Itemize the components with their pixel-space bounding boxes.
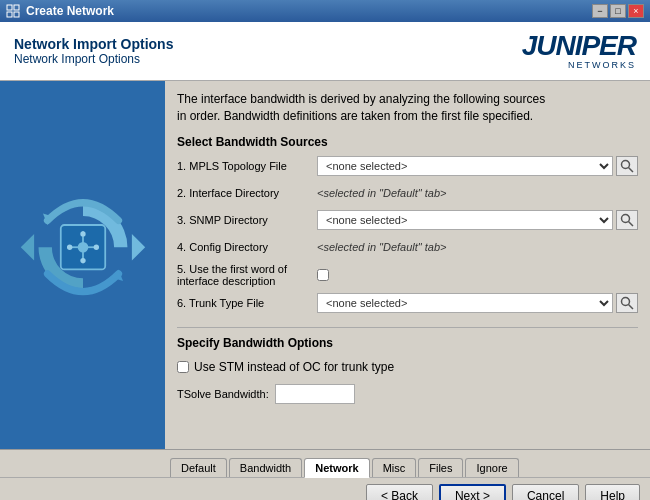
svg-point-10 [80, 231, 85, 236]
stm-label: Use STM instead of OC for trunk type [194, 360, 394, 374]
snmp-directory-dropdown[interactable]: <none selected> [317, 210, 613, 230]
svg-point-16 [622, 160, 630, 168]
tab-default[interactable]: Default [170, 458, 227, 477]
trunk-type-browse-button[interactable] [616, 293, 638, 313]
cancel-button[interactable]: Cancel [512, 484, 579, 500]
snmp-directory-label: 3. SNMP Directory [177, 214, 317, 226]
bandwidth-sources-label: Select Bandwidth Sources [177, 135, 638, 149]
mpls-topology-dropdown[interactable]: <none selected> [317, 156, 613, 176]
tab-bandwidth[interactable]: Bandwidth [229, 458, 302, 477]
svg-marker-5 [20, 234, 33, 261]
svg-point-20 [622, 297, 630, 305]
bottom-bar: < Back Next > Cancel Help [0, 477, 650, 500]
first-word-label: 5. Use the first word of interface descr… [177, 263, 317, 287]
page-subtitle: Network Import Options [14, 52, 173, 66]
first-word-row: 5. Use the first word of interface descr… [177, 263, 638, 287]
help-button[interactable]: Help [585, 484, 640, 500]
svg-point-18 [622, 214, 630, 222]
description-text: The interface bandwidth is derived by an… [177, 91, 638, 125]
tab-files[interactable]: Files [418, 458, 463, 477]
page-title: Network Import Options [14, 36, 173, 52]
svg-point-12 [67, 245, 72, 250]
svg-line-19 [629, 221, 634, 226]
stm-checkbox-row: Use STM instead of OC for trunk type [177, 356, 638, 378]
next-button[interactable]: Next > [439, 484, 506, 500]
maximize-button[interactable]: □ [610, 4, 626, 18]
svg-rect-3 [14, 12, 19, 17]
tabs-area: Default Bandwidth Network Misc Files Ign… [0, 449, 650, 477]
tab-misc[interactable]: Misc [372, 458, 417, 477]
minimize-button[interactable]: − [592, 4, 608, 18]
svg-line-21 [629, 304, 634, 309]
dialog-header: Network Import Options Network Import Op… [0, 22, 650, 81]
logo-subtext: NETWORKS [522, 60, 636, 70]
snmp-directory-row: 3. SNMP Directory <none selected> [177, 209, 638, 231]
interface-directory-label: 2. Interface Directory [177, 187, 317, 199]
config-directory-row: 4. Config Directory <selected in "Defaul… [177, 236, 638, 258]
interface-directory-value: <selected in "Default" tab> [317, 187, 447, 199]
tsolve-row: TSolve Bandwidth: [177, 383, 638, 405]
tsolve-input[interactable] [275, 384, 355, 404]
window-icon [6, 4, 20, 18]
svg-marker-4 [131, 234, 144, 261]
tab-ignore[interactable]: Ignore [465, 458, 518, 477]
search-icon [620, 213, 634, 227]
svg-point-13 [93, 245, 98, 250]
first-word-checkbox[interactable] [317, 269, 329, 281]
trunk-type-row: 6. Trunk Type File <none selected> [177, 292, 638, 314]
window-title: Create Network [26, 4, 114, 18]
main-content: The interface bandwidth is derived by an… [0, 81, 650, 449]
svg-rect-2 [7, 12, 12, 17]
interface-directory-row: 2. Interface Directory <selected in "Def… [177, 182, 638, 204]
search-icon [620, 296, 634, 310]
mpls-topology-browse-button[interactable] [616, 156, 638, 176]
network-graphic [13, 185, 153, 345]
stm-checkbox[interactable] [177, 361, 189, 373]
snmp-directory-browse-button[interactable] [616, 210, 638, 230]
juniper-logo: JUNIPER NETWORKS [522, 32, 636, 70]
tsolve-label: TSolve Bandwidth: [177, 388, 269, 400]
left-panel [0, 81, 165, 449]
trunk-type-label: 6. Trunk Type File [177, 297, 317, 309]
trunk-type-dropdown[interactable]: <none selected> [317, 293, 613, 313]
svg-rect-1 [14, 5, 19, 10]
close-button[interactable]: × [628, 4, 644, 18]
config-directory-label: 4. Config Directory [177, 241, 317, 253]
logo-text: JUNIPER [522, 32, 636, 60]
right-panel: The interface bandwidth is derived by an… [165, 81, 650, 449]
back-button[interactable]: < Back [366, 484, 433, 500]
svg-rect-0 [7, 5, 12, 10]
title-bar: Create Network − □ × [0, 0, 650, 22]
svg-line-17 [629, 167, 634, 172]
svg-point-11 [80, 258, 85, 263]
search-icon [620, 159, 634, 173]
bandwidth-options-section: Specify Bandwidth Options Use STM instea… [177, 327, 638, 410]
bandwidth-options-label: Specify Bandwidth Options [177, 336, 638, 350]
mpls-topology-label: 1. MPLS Topology File [177, 160, 317, 172]
mpls-topology-row: 1. MPLS Topology File <none selected> [177, 155, 638, 177]
config-directory-value: <selected in "Default" tab> [317, 241, 447, 253]
tab-network[interactable]: Network [304, 458, 369, 478]
svg-point-9 [77, 242, 88, 253]
